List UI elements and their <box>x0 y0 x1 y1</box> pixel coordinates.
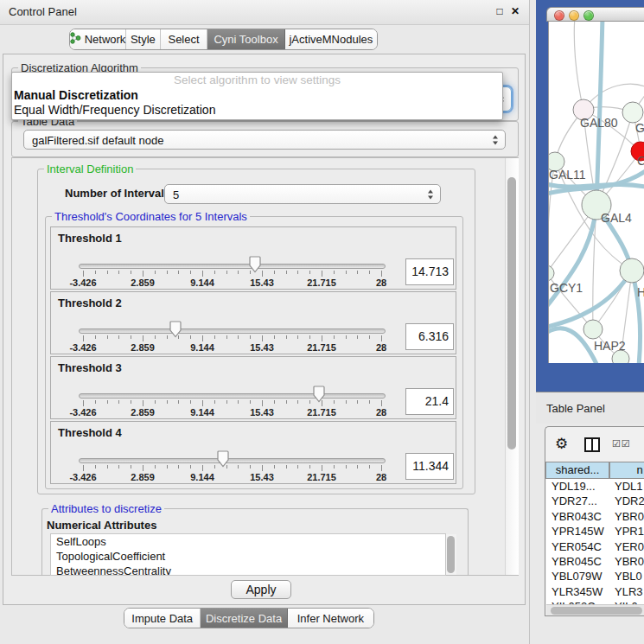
slider-tick <box>202 335 203 341</box>
slider-tick <box>118 465 119 469</box>
table-horizontal-scrollbar[interactable] <box>546 604 644 615</box>
table-row[interactable]: YBL079WYBL0 <box>546 569 644 583</box>
slider-tick-label: 28 <box>376 407 386 418</box>
table-row[interactable]: YER054CYER0 <box>546 539 644 554</box>
table-row[interactable]: YBR045CYBR0 <box>546 554 644 569</box>
close-window-icon[interactable]: ✕ <box>508 4 522 18</box>
tab-discretize-data[interactable]: Discretize Data <box>201 609 287 628</box>
slider-tick-label: 2.859 <box>131 407 155 418</box>
slider-tick-label: 15.43 <box>250 472 274 482</box>
slider-tick-label: 15.43 <box>250 342 274 353</box>
node-label: GAL11 <box>549 168 586 182</box>
threshold-box-3: Threshold 3-3.4262.8599.14415.4321.71528… <box>50 356 456 419</box>
network-node[interactable] <box>622 102 643 123</box>
slider-tick-label: 28 <box>376 472 386 482</box>
tab-label: Select <box>168 33 199 46</box>
slider-tick <box>131 335 131 339</box>
gear-icon[interactable]: ⚙ <box>555 435 568 453</box>
table-data-select[interactable]: galFiltered.sif default node <box>23 130 506 150</box>
threshold-value-field[interactable]: 14.713 <box>405 258 454 285</box>
network-node[interactable] <box>549 265 554 281</box>
threshold-slider-handle[interactable] <box>216 450 230 468</box>
threshold-slider-handle[interactable] <box>169 321 182 338</box>
attributes-list-scrollbar[interactable] <box>446 534 456 575</box>
slider-tick <box>381 465 382 471</box>
tab-label: Cyni Toolbox <box>214 33 277 46</box>
slider-tick <box>226 271 227 274</box>
tab-jactivemnodules[interactable]: jActiveMNodules <box>285 29 377 49</box>
split-columns-icon[interactable] <box>584 437 600 452</box>
threshold-value-field[interactable]: 11.344 <box>405 453 454 480</box>
cell-shared-name: YDR27... <box>546 494 610 508</box>
list-item-topologicalcoefficient[interactable]: TopologicalCoefficient <box>51 549 445 564</box>
threshold-box-2: Threshold 2-3.4262.8599.14415.4321.71528… <box>50 291 456 354</box>
slider-tick <box>238 271 239 274</box>
attributes-scrollbar-thumb[interactable] <box>447 536 455 573</box>
slider-tick-label: 21.715 <box>307 342 336 353</box>
slider-tick <box>369 335 370 339</box>
slider-tick <box>155 400 156 404</box>
column-header-2[interactable]: n <box>609 462 644 479</box>
minimize-light-icon[interactable] <box>569 10 579 21</box>
list-item-betweennesscentrality[interactable]: BetweennessCentrality <box>51 564 445 576</box>
apply-button[interactable]: Apply <box>231 580 291 599</box>
settings-vertical-scrollbar[interactable] <box>505 158 519 575</box>
tab-select[interactable]: Select <box>161 29 208 49</box>
list-item-selfloops[interactable]: SelfLoops <box>51 534 445 549</box>
slider-tick <box>214 465 215 469</box>
slider-tick <box>346 335 347 339</box>
tab-network[interactable]: Network <box>70 29 126 49</box>
tab-label: Impute Data <box>131 612 193 625</box>
slider-tick <box>178 465 179 469</box>
float-window-icon[interactable]: □ <box>493 4 507 18</box>
tab-impute-data[interactable]: Impute Data <box>124 609 201 628</box>
tab-style[interactable]: Style <box>126 29 161 49</box>
slider-tick <box>274 271 275 274</box>
slider-tick <box>118 271 119 274</box>
zoom-light-icon[interactable] <box>583 10 594 21</box>
slider-tick <box>155 271 156 274</box>
table-row[interactable]: YPR145WYPR1 <box>546 524 644 539</box>
table-row[interactable]: YDL19...YDL1 <box>546 479 644 494</box>
table-hscrollbar-thumb[interactable] <box>551 607 642 615</box>
column-header-1[interactable]: shared... <box>545 462 609 479</box>
cell-name: YDL1 <box>610 479 643 494</box>
threshold-value-field[interactable]: 21.4 <box>405 388 454 415</box>
algorithm-option-equal-width-frequency-discretization[interactable]: Equal Width/Frequency Discretization <box>12 103 502 118</box>
network-node[interactable] <box>620 258 644 283</box>
slider-tick-label: 2.859 <box>131 472 155 482</box>
select-columns-icon[interactable]: ☑☑ <box>612 438 631 450</box>
threshold-slider-track[interactable] <box>79 264 386 269</box>
network-canvas[interactable]: GAL80GCGAL11GAL4GCY1HHAP2 <box>548 22 644 363</box>
slider-tick <box>238 335 239 339</box>
threshold-slider-track[interactable] <box>79 458 386 463</box>
cell-shared-name: YBL079W <box>546 569 610 583</box>
table-row[interactable]: YLR345WYLR3 <box>546 584 644 599</box>
tab-cyni-toolbox[interactable]: Cyni Toolbox <box>207 29 284 49</box>
table-panel-title: Table Panel <box>546 402 605 415</box>
threshold-slider-handle[interactable] <box>248 256 262 273</box>
threshold-slider-track[interactable] <box>79 393 386 399</box>
node-label: GCY1 <box>550 281 583 295</box>
settings-scrollbar-thumb[interactable] <box>507 177 516 450</box>
table-row[interactable]: YBR043CYBR0 <box>546 509 644 524</box>
threshold-slider-handle[interactable] <box>312 386 326 403</box>
tab-infer-network[interactable]: Infer Network <box>288 609 373 628</box>
slider-tick <box>190 335 191 339</box>
control-panel-tabbar: NetworkStyleSelectCyni ToolboxjActiveMNo… <box>69 29 378 50</box>
cell-name: YER0 <box>610 539 644 554</box>
table-row[interactable]: YDR27...YDR2 <box>546 494 644 508</box>
node-label: H <box>637 285 644 299</box>
number-of-intervals-select[interactable]: 5 <box>164 184 441 204</box>
network-node[interactable] <box>583 320 603 339</box>
slider-tick <box>322 271 322 277</box>
slider-tick <box>202 271 203 277</box>
close-light-icon[interactable] <box>554 10 564 21</box>
algorithm-option-manual-discretization[interactable]: Manual Discretization <box>12 88 502 103</box>
slider-tick <box>250 335 251 339</box>
threshold-value-field[interactable]: 6.316 <box>405 323 454 350</box>
slider-tick <box>107 271 108 274</box>
cell-name: YBR0 <box>610 554 644 569</box>
threshold-slider-track[interactable] <box>79 328 386 334</box>
thresholds-container: Threshold 1-3.4262.8599.14415.4321.71528… <box>50 226 456 484</box>
